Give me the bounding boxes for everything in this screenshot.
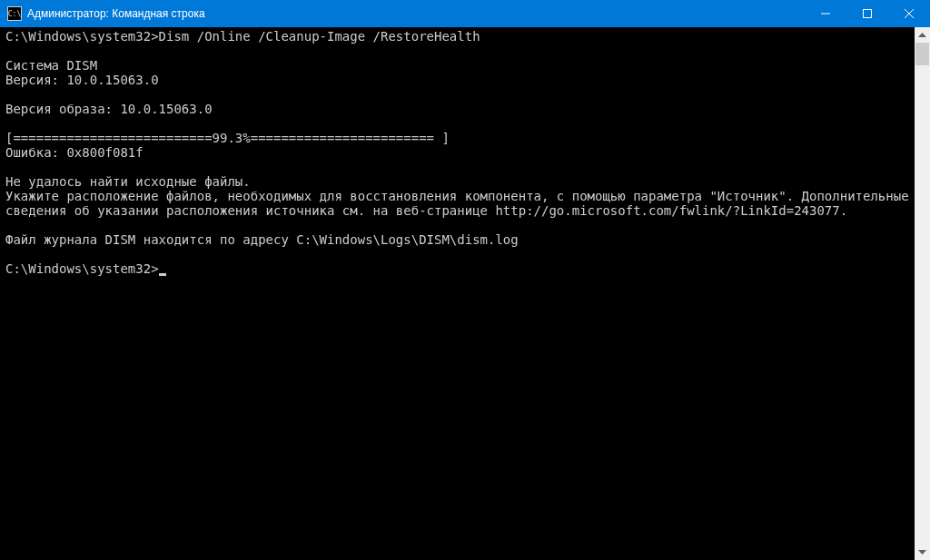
terminal-line: C:\Windows\system32>Dism /Online /Cleanu… (5, 29, 915, 44)
terminal-line: C:\Windows\system32> (5, 261, 915, 276)
scrollbar-track[interactable] (915, 43, 930, 545)
terminal-line (5, 218, 915, 232)
svg-marker-5 (918, 550, 926, 555)
terminal-line: Файл журнала DISM находится по адресу C:… (5, 232, 915, 247)
titlebar[interactable]: C:\ Администратор: Командная строка (0, 0, 930, 27)
terminal-line: [==========================99.3%========… (5, 131, 915, 145)
window-title: Администратор: Командная строка (27, 7, 805, 20)
terminal-line: Ошибка: 0x800f081f (5, 145, 915, 160)
terminal-line: Укажите расположение файлов, необходимых… (5, 189, 915, 218)
svg-marker-4 (918, 33, 926, 37)
cursor (159, 273, 166, 276)
close-button[interactable] (888, 0, 930, 27)
terminal-line (5, 116, 915, 131)
terminal-line (5, 44, 915, 58)
maximize-button[interactable] (846, 0, 888, 27)
terminal-line (5, 247, 915, 261)
app-icon: C:\ (7, 6, 22, 21)
vertical-scrollbar[interactable] (915, 27, 930, 560)
content-wrapper: C:\Windows\system32>Dism /Online /Cleanu… (0, 27, 930, 560)
scroll-up-arrow-icon[interactable] (915, 27, 930, 43)
terminal-line (5, 87, 915, 102)
terminal-line: Версия: 10.0.15063.0 (5, 73, 915, 87)
svg-rect-1 (864, 10, 872, 18)
terminal-line: Cистема DISM (5, 58, 915, 73)
scrollbar-thumb[interactable] (915, 43, 929, 65)
terminal-line: Не удалось найти исходные файлы. (5, 174, 915, 189)
command-prompt-window: C:\ Администратор: Командная строка C:\W… (0, 0, 930, 560)
titlebar-buttons (805, 0, 930, 27)
minimize-button[interactable] (805, 0, 846, 27)
terminal-output[interactable]: C:\Windows\system32>Dism /Online /Cleanu… (0, 27, 915, 560)
scroll-down-arrow-icon[interactable] (915, 545, 930, 560)
terminal-line: Версия образа: 10.0.15063.0 (5, 102, 915, 116)
app-icon-text: C:\ (8, 10, 21, 18)
terminal-line (5, 160, 915, 174)
